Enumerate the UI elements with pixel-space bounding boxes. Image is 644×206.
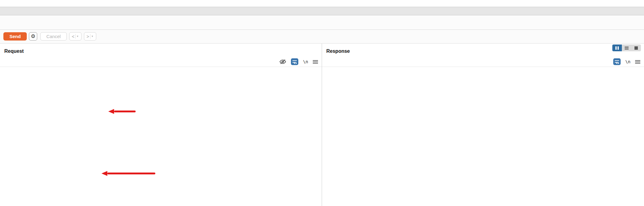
response-editor[interactable] [322,67,644,69]
request-settings-button[interactable]: ⚙ [29,32,37,41]
burp-repeater-window: Send ⚙ Cancel < ▼ > ▼ Request [0,0,644,206]
rows-layout-button[interactable] [622,45,631,51]
layout-toggle [612,45,641,51]
word-wrap-icon[interactable] [613,58,621,65]
response-editor-icons: \n [613,57,640,67]
back-icon: < [71,34,75,39]
response-title: Response [326,49,644,54]
request-panel: Request [0,44,322,206]
cancel-button[interactable]: Cancel [40,32,67,41]
gear-icon: ⚙ [31,33,35,40]
request-response-split: Request [0,44,644,206]
request-title: Request [4,49,322,54]
single-layout-icon [634,46,638,50]
send-button[interactable]: Send [3,32,27,41]
request-editor[interactable] [0,67,322,69]
word-wrap-icon[interactable] [291,58,298,65]
editor-menu-icon[interactable] [635,60,640,64]
arrow-head-icon [101,171,107,176]
response-panel: Response \n [322,44,644,206]
arrow-head-icon [108,109,114,114]
forward-icon: > [86,34,90,39]
arrow-shaft [107,173,155,174]
toolbar: Send ⚙ Cancel < ▼ > ▼ [0,30,644,44]
hide-eye-slash-icon[interactable] [279,59,286,64]
request-editor-icons: \n [279,57,318,67]
columns-layout-button[interactable] [612,45,622,51]
response-view-tabs: \n [322,57,644,67]
single-layout-button[interactable] [631,45,641,51]
show-newlines-icon[interactable]: \n [625,59,630,64]
editor-menu-icon[interactable] [313,60,318,64]
repeater-tab-bar [0,15,644,30]
columns-layout-icon [615,46,617,50]
annotation-arrow-isadmin [101,171,155,176]
show-newlines-icon[interactable]: \n [303,59,308,64]
history-back-button[interactable]: < ▼ [69,32,81,41]
request-view-tabs: \n [0,57,322,67]
arrow-shaft [114,111,136,112]
rows-layout-icon [625,47,629,49]
annotation-arrow-content-type [108,109,136,114]
chevron-down-icon: ▼ [76,35,80,38]
main-tab-bar [0,7,644,15]
history-forward-button[interactable]: > ▼ [84,32,96,41]
menu-bar [0,0,644,7]
chevron-down-icon: ▼ [90,35,95,38]
